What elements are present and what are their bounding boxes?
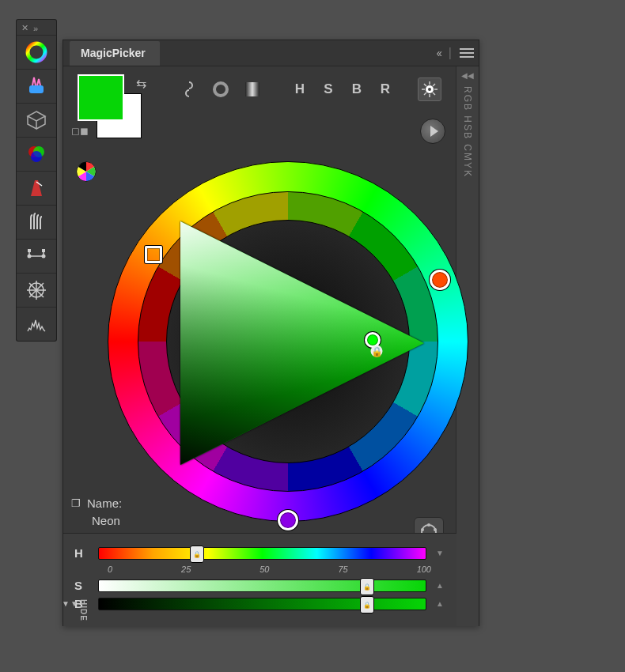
svg-line-23 [433,92,435,95]
swatch-stack: ⇆ ◻◼ [79,76,136,139]
menu-icon[interactable] [460,46,474,60]
pen-tool-icon[interactable] [24,244,49,269]
cube-icon[interactable] [24,108,49,133]
slider-h[interactable] [98,547,426,560]
close-icon[interactable]: ✕ [21,23,28,33]
vertical-toolbar: ✕ » [17,20,56,341]
metronome-icon[interactable] [24,176,49,201]
color-wheel[interactable]: 🔒 [108,161,468,522]
slider-b-toggle[interactable]: ▲ [436,599,445,608]
svg-point-30 [434,528,437,531]
play-button[interactable] [420,119,445,144]
clipboard-icon[interactable]: ❐ [71,495,81,512]
tick-labels: 0 25 50 75 100 [74,564,431,574]
swap-colors-icon[interactable]: ⇆ [136,76,146,91]
compass-wheel-icon[interactable] [24,277,49,303]
svg-point-29 [427,523,430,527]
collapse-icon[interactable]: ‹‹ [437,47,441,59]
slider-h-toggle[interactable]: ▼ [436,549,445,557]
panel-header: MagicPicker ‹‹ | [63,40,479,66]
panel-tab[interactable]: MagicPicker [70,41,160,66]
complement-marker-orange[interactable] [430,270,450,290]
slider-h-label: H [74,546,89,560]
mode-h[interactable]: H [290,81,310,97]
gradient-mode-icon[interactable] [241,77,264,101]
collapse-strip-icon[interactable]: ◀◀ [461,71,474,80]
svg-point-15 [214,83,227,96]
name-label: Name: [87,495,122,512]
sv-triangle[interactable] [180,221,424,465]
mode-r[interactable]: R [375,81,396,97]
foreground-swatch[interactable] [79,76,123,119]
brushes-icon[interactable] [24,74,49,99]
svg-point-26 [428,88,431,91]
brush-set-icon[interactable] [24,210,49,235]
slider-b-thumb[interactable] [360,596,374,613]
magicpicker-panel: MagicPicker ‹‹ | ◀◀ RGB HSB CMYK ⇆ ◻◼ [62,40,479,626]
slider-h-thumb[interactable] [190,546,204,563]
slider-s[interactable] [98,580,426,592]
svg-rect-1 [29,85,44,93]
slider-b[interactable] [98,598,426,610]
svg-rect-16 [245,82,259,96]
svg-rect-8 [28,249,31,252]
mode-b[interactable]: B [347,81,367,97]
mode-s[interactable]: S [318,81,339,97]
svg-point-0 [28,43,45,61]
lock-icon[interactable]: 🔒 [371,345,383,357]
svg-line-24 [433,84,435,86]
color-scheme-icon[interactable] [74,160,100,185]
svg-rect-9 [42,249,45,252]
color-ring-icon[interactable] [24,40,49,65]
hue-marker[interactable] [145,246,162,263]
color-name-line1: Neon [71,512,122,530]
svg-point-33 [421,528,424,531]
link-icon[interactable] [177,77,201,101]
hide-sliders-button[interactable]: HIDE▼▼ [62,599,88,621]
slider-panel: HIDE▼▼ H ▼ 0 25 50 75 100 S [63,533,456,626]
ring-mode-icon[interactable] [209,77,233,101]
svg-line-22 [424,84,426,86]
default-colors-icon[interactable]: ◻◼ [71,125,89,137]
settings-sparkle-icon[interactable] [418,77,441,101]
slider-s-thumb[interactable] [360,578,374,595]
expand-icon[interactable]: » [33,24,38,33]
slider-s-label: S [74,579,89,592]
rgb-circles-icon[interactable] [24,142,49,167]
complement-marker-purple[interactable] [278,510,298,530]
slider-s-toggle[interactable]: ▲ [436,581,445,590]
histogram-icon[interactable] [24,311,49,337]
svg-line-25 [424,92,426,95]
svg-point-4 [31,151,42,162]
